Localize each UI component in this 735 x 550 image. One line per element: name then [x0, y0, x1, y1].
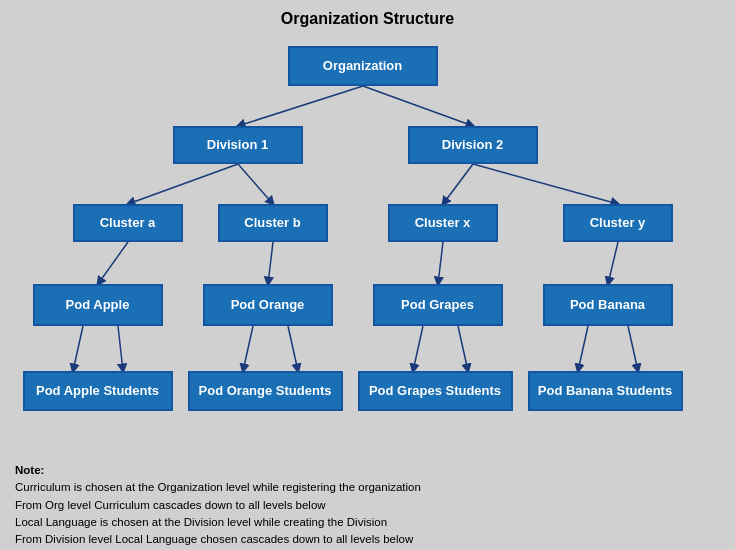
node-pod-banana-students: Pod Banana Students	[528, 371, 683, 411]
svg-line-15	[413, 326, 423, 371]
node-division1: Division 1	[173, 126, 303, 164]
node-pod-apple: Pod Apple	[33, 284, 163, 326]
node-cluster-y: Cluster y	[563, 204, 673, 242]
node-pod-orange-students: Pod Orange Students	[188, 371, 343, 411]
node-division2: Division 2	[408, 126, 538, 164]
note-line-3: Local Language is chosen at the Division…	[15, 514, 720, 531]
notes-section: Note: Curriculum is chosen at the Organi…	[15, 462, 720, 548]
svg-line-3	[128, 164, 238, 204]
page: Organization Structure	[0, 0, 735, 550]
svg-line-12	[118, 326, 123, 371]
svg-line-4	[238, 164, 273, 204]
svg-line-10	[608, 242, 618, 284]
notes-label: Note:	[15, 464, 44, 476]
note-line-2: From Org level Curriculum cascades down …	[15, 497, 720, 514]
svg-line-11	[73, 326, 83, 371]
node-cluster-x: Cluster x	[388, 204, 498, 242]
node-cluster-a: Cluster a	[73, 204, 183, 242]
svg-line-16	[458, 326, 468, 371]
svg-line-6	[473, 164, 618, 204]
node-cluster-b: Cluster b	[218, 204, 328, 242]
node-pod-orange: Pod Orange	[203, 284, 333, 326]
node-pod-banana: Pod Banana	[543, 284, 673, 326]
svg-line-9	[438, 242, 443, 284]
svg-line-18	[628, 326, 638, 371]
svg-line-8	[268, 242, 273, 284]
node-pod-apple-students: Pod Apple Students	[23, 371, 173, 411]
svg-line-1	[238, 86, 363, 126]
node-pod-grapes-students: Pod Grapes Students	[358, 371, 513, 411]
node-organization: Organization	[288, 46, 438, 86]
svg-line-14	[288, 326, 298, 371]
svg-line-2	[363, 86, 473, 126]
node-pod-grapes: Pod Grapes	[373, 284, 503, 326]
page-title: Organization Structure	[15, 10, 720, 28]
note-line-4: From Division level Local Language chose…	[15, 531, 720, 548]
note-line-1: Curriculum is chosen at the Organization…	[15, 479, 720, 496]
svg-line-7	[98, 242, 128, 284]
svg-line-13	[243, 326, 253, 371]
svg-line-5	[443, 164, 473, 204]
chart-area: Organization Division 1 Division 2 Clust…	[18, 36, 718, 456]
svg-line-17	[578, 326, 588, 371]
